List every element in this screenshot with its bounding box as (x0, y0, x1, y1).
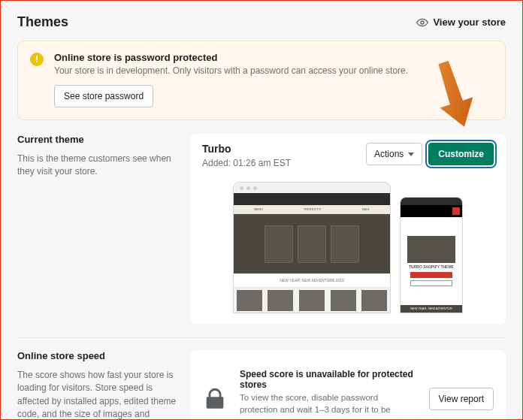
view-store-label: View your store (433, 17, 506, 28)
customize-button[interactable]: Customize (428, 143, 494, 165)
actions-button[interactable]: Actions (366, 143, 422, 165)
page-title: Themes (17, 14, 68, 30)
speed-card-sub: To view the score, disable password prot… (240, 391, 417, 420)
current-theme-card: Turbo Added: 01:26 am EST Actions Custom… (190, 134, 506, 324)
eye-icon (416, 17, 428, 29)
current-theme-section-desc: This is the theme customers see when the… (17, 153, 177, 179)
mobile-title: TURBO SHOPIFY THEME (409, 265, 454, 270)
actions-button-label: Actions (374, 149, 404, 159)
see-store-password-button[interactable]: See store password (54, 85, 153, 107)
theme-previews: MENUPRODUCTSSALE NEW YEAR, NEW ADVENTURE… (202, 182, 494, 313)
theme-preview-mobile[interactable]: TURBO SHOPIFY THEME NEW YEAR, NEW ADVENT… (400, 197, 463, 313)
banner-subtitle: Your store is in development. Only visit… (54, 65, 408, 76)
caret-down-icon (408, 153, 414, 156)
section-divider (17, 337, 506, 338)
lock-icon (202, 386, 228, 412)
password-banner: ! Online store is password protected You… (17, 41, 506, 120)
current-theme-section-title: Current theme (17, 134, 177, 145)
banner-title: Online store is password protected (54, 52, 408, 63)
view-store-link[interactable]: View your store (416, 17, 506, 29)
warning-icon: ! (30, 53, 44, 66)
speed-card: Speed score is unavailable for protected… (190, 350, 506, 420)
header-row: Themes View your store (17, 14, 506, 30)
theme-preview-desktop[interactable]: MENUPRODUCTSSALE NEW YEAR, NEW ADVENTURE… (233, 182, 391, 313)
speed-card-title: Speed score is unavailable for protected… (240, 369, 417, 390)
mobile-strip: NEW YEAR, NEW ADVENTUR (401, 305, 462, 313)
svg-point-0 (421, 21, 424, 24)
theme-name: Turbo (202, 143, 291, 155)
view-report-button[interactable]: View report (429, 388, 494, 410)
speed-section-title: Online store speed (17, 350, 177, 361)
speed-section-desc: The score shows how fast your store is l… (17, 369, 177, 420)
preview-strip-text: NEW YEAR, NEW ADVENTURE 2019 (234, 273, 390, 287)
theme-added: Added: 01:26 am EST (202, 158, 291, 168)
